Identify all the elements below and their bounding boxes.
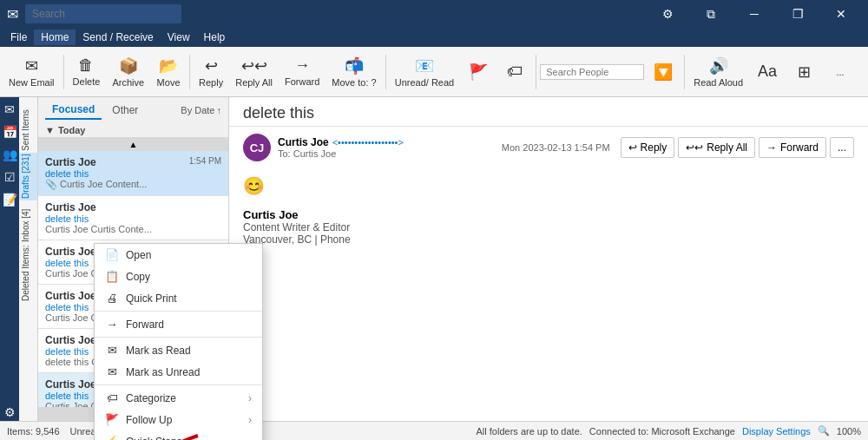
restore-btn[interactable]: ❐ [778,0,818,28]
more-ribbon-button[interactable]: ... [823,49,858,95]
message-preview: Curtis Joe Curtis Conte... [45,224,221,234]
display-settings-link[interactable]: Display Settings [742,426,811,437]
read-aloud-button[interactable]: 🔊 Read Aloud [688,49,748,95]
ctx-open[interactable]: 📄 Open [95,244,262,266]
new-email-label: New Email [9,77,55,88]
ctx-follow-up[interactable]: 🚩 Follow Up › [95,409,262,430]
unread-read-button[interactable]: 📧 Unread/ Read [390,49,460,95]
menu-help[interactable]: Help [197,30,233,45]
archive-icon: 📦 [119,56,138,76]
new-email-button[interactable]: ✉ New Email [3,49,60,95]
apps-button[interactable]: ⊞ [786,49,821,95]
read-aloud-icon: 🔊 [709,56,728,76]
apps-icon: ⊞ [798,62,811,82]
status-connection: Connected to: Microsoft Exchange [589,426,735,437]
sort-label[interactable]: By Date ↑ [181,105,221,115]
quick-steps-arrow-icon: › [248,436,252,441]
calendar-nav-icon[interactable]: 📅 [1,123,18,141]
email-from-address: <••••••••••••••••••> [332,137,404,148]
menu-send-receive[interactable]: Send / Receive [76,30,160,45]
flag-button[interactable]: 🚩 [461,49,496,95]
move-icon: 📂 [159,56,178,76]
forward-action-button[interactable]: → Forward [759,137,826,158]
tag-button[interactable]: 🏷 [497,49,532,95]
move-button[interactable]: 📂 Move [151,49,186,95]
delete-button[interactable]: 🗑 Delete [68,49,106,95]
ctx-mark-read-label: Mark as Read [126,345,191,357]
delete-icon: 🗑 [78,56,94,75]
tab-focused[interactable]: Focused [45,101,102,120]
ctx-mark-read[interactable]: ✉ Mark as Read [95,339,262,361]
search-input[interactable] [25,4,181,23]
minimize-btn[interactable]: ─ [734,0,774,28]
close-btn[interactable]: ✕ [821,0,861,28]
move-to-button[interactable]: 📬 Move to: ? [326,49,381,95]
reply-label: Reply [199,77,223,88]
reply-all-icon: ↩↩ [241,56,267,76]
folder-inbox[interactable]: Inbox [4] [19,200,37,244]
status-sync: All folders are up to date. [477,426,582,437]
folder-deleted[interactable]: Deleted Items: 4 [19,244,37,303]
translate-button[interactable]: Aa [750,49,785,95]
move-to-label: Move to: ? [332,77,376,88]
folder-sent[interactable]: Sent Items [19,101,37,153]
ribbon-separator-2 [189,55,190,89]
forward-button[interactable]: → Forward [279,49,325,95]
mail-nav-icon[interactable]: ✉ [1,101,18,118]
reply-all-action-button[interactable]: ↩↩ Reply All [678,137,755,158]
scroll-up-btn[interactable]: ▲ [38,137,228,151]
settings-btn[interactable]: ⚙ [648,0,687,28]
ctx-forward[interactable]: → Forward [95,313,262,335]
archive-button[interactable]: 📦 Archive [107,49,149,95]
email-date: Mon 2023-02-13 1:54 PM [502,142,610,153]
ctx-follow-up-label: Follow Up [126,414,172,426]
more-action-button[interactable]: ... [830,137,854,158]
email-to: To: Curtis Joe [278,148,404,159]
status-right: All folders are up to date. Connected to… [477,425,861,437]
reply-action-label: Reply [641,141,667,154]
search-people-input[interactable] [540,64,644,80]
settings-nav-icon[interactable]: ⚙ [1,404,18,421]
tab-other[interactable]: Other [105,102,145,119]
reply-all-action-icon: ↩↩ [686,141,703,154]
email-subject: delete this [243,104,854,122]
archive-label: Archive [112,77,144,88]
reply-action-icon: ↩ [628,141,637,154]
ctx-copy[interactable]: 📋 Copy [95,266,262,287]
left-sidebar: ✉ 📅 👥 ☑ 📝 ⚙ [0,97,19,421]
ctx-categorize[interactable]: 🏷 Categorize › [95,387,262,409]
ribbon-separator-5 [684,55,685,89]
menu-file[interactable]: File [3,30,34,45]
ribbon-separator-4 [536,55,536,89]
ctx-open-label: Open [126,249,151,261]
reading-pane: delete this CJ Curtis Joe <•••••••••••••… [229,97,868,421]
ctx-mark-unread[interactable]: ✉ Mark as Unread [95,361,262,383]
ctx-quick-steps-label: Quick Steps [126,436,182,441]
tag-icon: 🏷 [507,62,523,81]
chevron-down-icon: ▼ [45,125,55,135]
zoom-level: 100% [837,426,861,437]
notes-nav-icon[interactable]: 📝 [1,191,18,208]
list-item[interactable]: Curtis Joe delete this 📎 Curtis Joe Cont… [38,151,228,196]
ctx-separator-1 [95,311,262,312]
list-item[interactable]: Curtis Joe delete this Curtis Joe Curtis… [38,196,228,240]
reply-all-button[interactable]: ↩↩ Reply All [230,49,278,95]
menu-view[interactable]: View [161,30,197,45]
message-preview: 📎 Curtis Joe Content... [45,179,221,190]
delete-label: Delete [73,76,101,87]
forward-icon: → [294,56,310,75]
people-nav-icon[interactable]: 👥 [1,146,18,163]
ribbon: ✉ New Email 🗑 Delete 📦 Archive 📂 Move ↩ … [0,47,868,97]
folder-drafts[interactable]: Drafts [231] [19,153,37,200]
ctx-quick-steps[interactable]: ⚡ Quick Steps › [95,430,262,440]
ctx-quick-print[interactable]: 🖨 Quick Print [95,287,262,309]
email-from: Curtis Joe [278,136,329,148]
tasks-nav-icon[interactable]: ☑ [1,168,18,186]
filter-button[interactable]: 🔽 [646,49,681,95]
new-email-icon: ✉ [25,56,38,76]
reply-button[interactable]: ↩ Reply [194,49,228,95]
share-btn[interactable]: ⧉ [691,0,731,28]
copy-icon: 📋 [105,270,119,283]
menu-home[interactable]: Home [34,30,76,45]
reply-action-button[interactable]: ↩ Reply [621,137,675,158]
